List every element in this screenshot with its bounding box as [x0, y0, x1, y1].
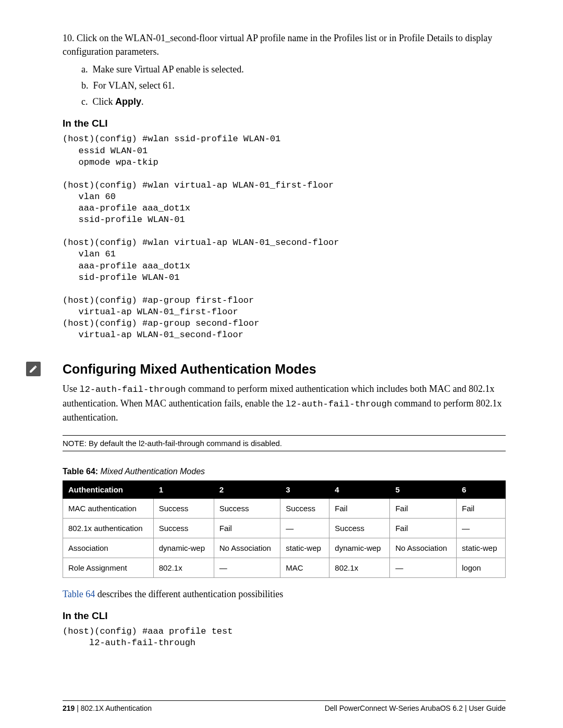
- footer-left-text: 802.1X Authentication: [81, 704, 152, 712]
- table-header-row: Authentication 1 2 3 4 5 6: [63, 480, 506, 498]
- auth-modes-table: Authentication 1 2 3 4 5 6 MAC authentic…: [63, 480, 506, 578]
- cli-block-1: (host)(config) #wlan ssid-profile WLAN-0…: [63, 133, 506, 341]
- step-10-sub: a. Make sure Virtual AP enable is select…: [81, 63, 506, 108]
- cell: Fail: [456, 498, 505, 518]
- cli-heading-1: In the CLI: [63, 118, 506, 129]
- sub-marker: b.: [81, 80, 89, 91]
- page-footer: 219 | 802.1X Authentication Dell PowerCo…: [63, 700, 506, 712]
- cell: —: [456, 518, 505, 538]
- cell: Success: [153, 498, 214, 518]
- section-intro: Use l2-auth-fail-through command to perf…: [63, 382, 506, 424]
- step-number: 10.: [63, 33, 75, 43]
- cell: Success: [280, 498, 329, 518]
- cell: Success: [214, 498, 280, 518]
- th-1: 1: [153, 480, 214, 498]
- th-auth: Authentication: [63, 480, 154, 498]
- sub-marker: c.: [81, 96, 88, 107]
- cell: MAC authentication: [63, 498, 154, 518]
- step-text: Click on the WLAN-01_second-floor virtua…: [63, 33, 492, 57]
- p1-code2: l2-auth-fail-through: [286, 399, 392, 409]
- cell: dynamic-wep: [153, 538, 214, 558]
- cell: Fail: [390, 498, 457, 518]
- cli-block-2: (host)(config) #aaa profile test l2-auth…: [63, 626, 506, 649]
- sub-prefix: Click: [93, 96, 116, 107]
- cell: dynamic-wep: [329, 538, 390, 558]
- cli-heading-2: In the CLI: [63, 610, 506, 622]
- cell: Success: [153, 518, 214, 538]
- note-text: NOTE: By default the l2-auth-fail-throug…: [63, 439, 282, 448]
- footer-right-suffix: User Guide: [469, 704, 506, 712]
- sub-c: c. Click Apply.: [81, 95, 506, 108]
- footer-left: 219 | 802.1X Authentication: [63, 704, 152, 712]
- cell: Fail: [329, 498, 390, 518]
- table-title: Mixed Authentication Modes: [98, 467, 205, 476]
- page-number: 219: [63, 704, 75, 712]
- table-row: Association dynamic-wep No Association s…: [63, 538, 506, 558]
- cell: No Association: [390, 538, 457, 558]
- note-block: NOTE: By default the l2-auth-fail-throug…: [63, 435, 506, 451]
- cell: Success: [329, 518, 390, 538]
- step-10: 10. Click on the WLAN-01_second-floor vi…: [63, 31, 506, 108]
- p1-pre: Use: [63, 384, 80, 394]
- cell: Fail: [214, 518, 280, 538]
- footer-right: Dell PowerConnect W-Series ArubaOS 6.2 |…: [325, 704, 506, 712]
- th-3: 3: [280, 480, 329, 498]
- table-row: 802.1x authentication Success Fail — Suc…: [63, 518, 506, 538]
- after-table-text: describes the different authentication p…: [95, 589, 283, 599]
- cell: No Association: [214, 538, 280, 558]
- cell: 802.1x authentication: [63, 518, 154, 538]
- th-5: 5: [390, 480, 457, 498]
- sub-b: b. For VLAN, select 61.: [81, 79, 506, 92]
- table-caption: Table 64: Mixed Authentication Modes: [63, 467, 506, 476]
- cell: Fail: [390, 518, 457, 538]
- footer-sep: |: [75, 704, 80, 712]
- table-row: Role Assignment 802.1x — MAC 802.1x — lo…: [63, 558, 506, 577]
- table-ref-link[interactable]: Table 64: [63, 589, 95, 599]
- sub-a: a. Make sure Virtual AP enable is select…: [81, 63, 506, 76]
- section-heading: Configuring Mixed Authentication Modes: [63, 362, 506, 377]
- step-list: 10. Click on the WLAN-01_second-floor vi…: [63, 31, 506, 108]
- cell: —: [214, 558, 280, 577]
- th-2: 2: [214, 480, 280, 498]
- p1-code1: l2-auth-fail-through: [80, 385, 186, 394]
- cell: —: [390, 558, 457, 577]
- sub-text: Make sure Virtual AP enable is selected.: [93, 64, 244, 75]
- cell: static-wep: [456, 538, 505, 558]
- th-4: 4: [329, 480, 390, 498]
- cell: Association: [63, 538, 154, 558]
- cell: logon: [456, 558, 505, 577]
- cell: Role Assignment: [63, 558, 154, 577]
- after-table-para: Table 64 describes the different authent…: [63, 587, 506, 601]
- sub-text: For VLAN, select 61.: [93, 80, 175, 91]
- cell: static-wep: [280, 538, 329, 558]
- table-row: MAC authentication Success Success Succe…: [63, 498, 506, 518]
- th-6: 6: [456, 480, 505, 498]
- sub-suffix: .: [141, 96, 144, 107]
- cell: MAC: [280, 558, 329, 577]
- table-label: Table 64:: [63, 467, 98, 476]
- cell: —: [280, 518, 329, 538]
- sub-marker: a.: [81, 64, 88, 75]
- cell: 802.1x: [153, 558, 214, 577]
- footer-right-prefix: Dell PowerConnect W-Series ArubaOS 6.2: [325, 704, 465, 712]
- cell: 802.1x: [329, 558, 390, 577]
- note-pencil-icon: [26, 362, 41, 376]
- apply-label: Apply: [115, 96, 141, 107]
